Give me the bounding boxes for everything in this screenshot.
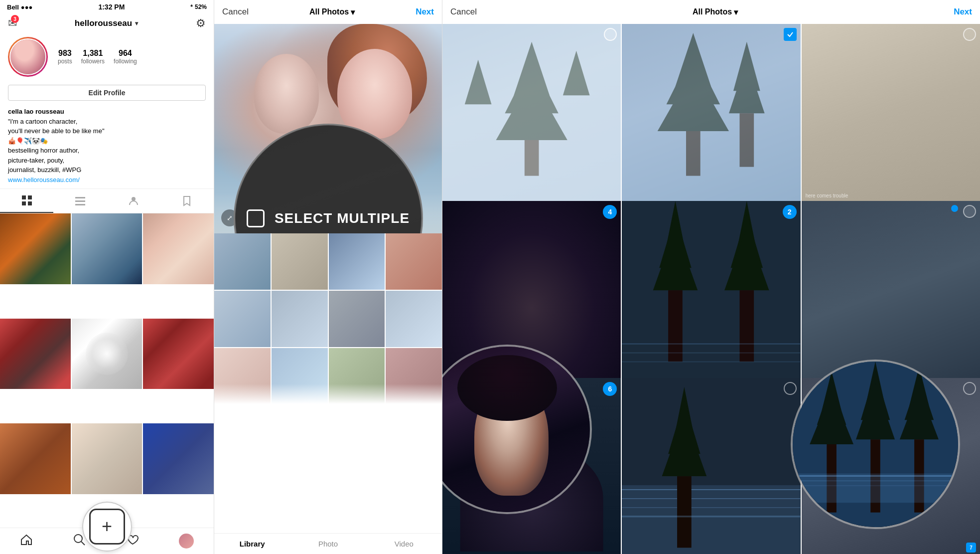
select-multiple-label: SELECT MULTIPLE	[275, 210, 410, 226]
picker2-cell[interactable]	[442, 24, 621, 202]
select-check-icon	[784, 28, 797, 41]
following-stat[interactable]: 964 following	[114, 49, 137, 65]
svg-rect-47	[677, 476, 692, 548]
svg-rect-6	[75, 204, 85, 205]
svg-rect-40	[622, 485, 800, 554]
photo-cell[interactable]	[143, 319, 214, 389]
time-label: 1:32 PM	[98, 3, 125, 11]
svg-line-9	[81, 542, 85, 545]
thumbnail-grid	[214, 233, 442, 404]
photo-cell[interactable]	[72, 319, 142, 389]
thumb-cell[interactable]	[272, 348, 328, 404]
sun-glare	[949, 367, 953, 370]
thumb-cell[interactable]	[386, 348, 442, 404]
svg-point-8	[74, 535, 82, 543]
avatar-img	[9, 38, 46, 75]
thumb-cell[interactable]	[329, 233, 385, 290]
tab-list[interactable]	[53, 189, 107, 213]
bluetooth-icon: *	[190, 3, 193, 10]
avatar[interactable]	[8, 37, 48, 77]
notification-icon[interactable]: ✉ 3	[8, 17, 17, 30]
select-circle-icon-3	[963, 28, 976, 41]
bio-line3: bestselling horror author,	[8, 146, 206, 156]
picker-panel-2: Cancel All Photos ▾ Next	[442, 0, 980, 554]
svg-rect-2	[22, 201, 26, 205]
thumb-cell[interactable]	[386, 233, 442, 290]
bio-section: cella lao rousseau "i'm a cartoon charac…	[0, 105, 214, 188]
svg-rect-63	[793, 474, 958, 503]
svg-point-7	[132, 197, 136, 201]
bio-line4: picture-taker, pouty,	[8, 156, 206, 166]
forest-zoom-circle	[791, 360, 960, 529]
svg-rect-0	[22, 195, 26, 199]
photo-cell[interactable]	[143, 213, 214, 284]
bio-name: cella lao rousseau	[8, 107, 206, 117]
thumb-cell[interactable]	[214, 291, 271, 347]
avatar-face	[10, 39, 45, 74]
settings-icon[interactable]: ⚙	[196, 17, 206, 30]
bio-link[interactable]: www.hellorousseau.com/	[8, 175, 206, 185]
thumb-cell[interactable]	[329, 348, 385, 404]
wifi-icon: ●●●	[21, 3, 33, 11]
picker2-title-label: All Photos	[693, 7, 732, 16]
add-button[interactable]: +	[82, 502, 132, 552]
bio-line5: journalist, buzzkill, #WPG	[8, 165, 206, 175]
thumb-cell[interactable]	[329, 291, 385, 347]
photo-cell[interactable]	[0, 319, 71, 389]
picker-next-button[interactable]: Next	[416, 7, 434, 17]
bio-line2: you'll never be able to be like me"	[8, 126, 206, 136]
username-row[interactable]: hellorousseau ▾	[75, 18, 138, 28]
select-multiple-checkbox	[247, 209, 265, 227]
thumb-cell[interactable]	[214, 233, 271, 290]
thumb-cell[interactable]	[272, 291, 328, 347]
tab-grid[interactable]	[0, 189, 53, 213]
svg-rect-5	[75, 200, 85, 202]
edit-profile-button[interactable]: Edit Profile	[8, 85, 206, 101]
picker2-next-button[interactable]: Next	[954, 7, 972, 17]
woman-zoom-circle	[442, 345, 592, 514]
profile-nav-avatar[interactable]	[179, 534, 194, 549]
tab-video[interactable]: Video	[366, 540, 442, 548]
notification-badge: 3	[11, 15, 19, 23]
thumb-cell[interactable]	[272, 233, 328, 290]
picker2-title[interactable]: All Photos ▾	[693, 7, 738, 17]
picker-title-chevron: ▾	[351, 7, 355, 17]
picker2-cancel-button[interactable]: Cancel	[450, 7, 477, 17]
svg-rect-1	[28, 195, 32, 199]
username-label: hellorousseau	[75, 18, 132, 28]
picker-topbar: Cancel All Photos ▾ Next	[214, 0, 442, 24]
photo-cell[interactable]	[72, 423, 142, 494]
home-icon[interactable]	[20, 533, 33, 549]
picker2-topbar: Cancel All Photos ▾ Next	[442, 0, 980, 24]
picker2-cell[interactable]: 2	[622, 201, 800, 379]
picker-title-label: All Photos	[309, 7, 349, 16]
picker2-cell[interactable]	[802, 201, 980, 379]
expand-icon: ⤢	[227, 214, 233, 222]
following-count: 964	[119, 49, 132, 58]
stats-row: 983 posts 1,381 followers 964 following	[58, 49, 137, 65]
selection-badge-2: 2	[783, 205, 797, 219]
thumb-cell[interactable]	[214, 348, 271, 404]
thumb-cell[interactable]	[386, 291, 442, 347]
picker2-cell[interactable]	[622, 24, 800, 202]
profile-tabs	[0, 188, 214, 213]
photo-cell[interactable]	[143, 423, 214, 494]
picker-cancel-button[interactable]: Cancel	[222, 7, 249, 17]
picker2-cell[interactable]	[622, 378, 800, 554]
tab-bookmark[interactable]	[160, 189, 214, 213]
tab-library[interactable]: Library	[214, 540, 290, 548]
blue-badge-7: 7	[966, 543, 976, 553]
followers-stat[interactable]: 1,381 followers	[81, 49, 105, 65]
photo-cell[interactable]	[0, 423, 71, 494]
picker2-cell[interactable]: here comes trouble	[802, 24, 980, 202]
profile-panel: Bell ●●● 1:32 PM * 52% ✉ 3 hellorousseau…	[0, 0, 214, 554]
picker-title[interactable]: All Photos ▾	[309, 7, 355, 17]
photo-cell[interactable]	[72, 213, 142, 284]
select-circle-p3c	[963, 382, 976, 395]
photo-cell[interactable]	[0, 213, 71, 284]
tab-photo[interactable]: Photo	[290, 540, 366, 548]
battery-label: 52%	[195, 3, 207, 10]
status-right: * 52%	[190, 3, 207, 10]
svg-rect-17	[442, 24, 621, 202]
tab-person[interactable]	[107, 189, 160, 213]
